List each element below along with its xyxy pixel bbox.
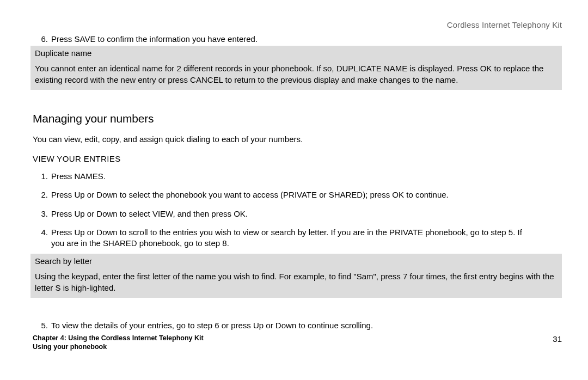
footer-chapter: Chapter 4: Using the Cordless Internet T… (33, 334, 204, 352)
footer-subsection-line: Using your phonebook (33, 342, 204, 351)
note-title: Duplicate name (35, 48, 558, 59)
step-number: 2. (35, 189, 48, 200)
step-text: To view the details of your entries, go … (51, 320, 373, 331)
document-page: Cordless Internet Telephony Kit 6. Press… (0, 0, 588, 380)
step-text: Press Up or Down to scroll to the entrie… (51, 227, 525, 249)
footer-chapter-line: Chapter 4: Using the Cordless Internet T… (33, 334, 204, 342)
step-number: 6. (35, 34, 48, 45)
section-heading: Managing your numbers (33, 111, 154, 126)
section-intro: You can view, edit, copy, and assign qui… (33, 134, 303, 145)
list-item: 4. Press Up or Down to scroll to the ent… (35, 227, 525, 249)
step-text: Press NAMES. (51, 171, 106, 182)
step-number: 4. (35, 227, 48, 249)
step-number: 1. (35, 171, 48, 182)
step-number: 5. (35, 320, 48, 331)
step-text: Press SAVE to confirm the information yo… (51, 34, 258, 45)
step-6: 6. Press SAVE to confirm the information… (35, 34, 258, 45)
section-subhead: VIEW YOUR ENTRIES (33, 154, 121, 164)
note-title: Search by letter (35, 256, 558, 267)
note-body: You cannot enter an identical name for 2… (35, 63, 558, 85)
note-search-by-letter: Search by letter Using the keypad, enter… (30, 254, 562, 298)
step-text: Press Up or Down to select VIEW, and the… (51, 209, 248, 219)
step-5: 5. To view the details of your entries, … (35, 320, 373, 331)
note-duplicate-name: Duplicate name You cannot enter an ident… (30, 46, 562, 90)
step-number: 3. (35, 209, 48, 219)
list-item: 2. Press Up or Down to select the phoneb… (35, 189, 525, 200)
step-text: Press Up or Down to select the phonebook… (51, 189, 449, 200)
list-item: 3. Press Up or Down to select VIEW, and … (35, 209, 525, 219)
header-product-title: Cordless Internet Telephony Kit (447, 20, 562, 30)
page-number: 31 (553, 334, 562, 345)
list-item: 1. Press NAMES. (35, 171, 525, 182)
note-body: Using the keypad, enter the first letter… (35, 271, 558, 293)
steps-list: 1. Press NAMES. 2. Press Up or Down to s… (35, 171, 525, 256)
